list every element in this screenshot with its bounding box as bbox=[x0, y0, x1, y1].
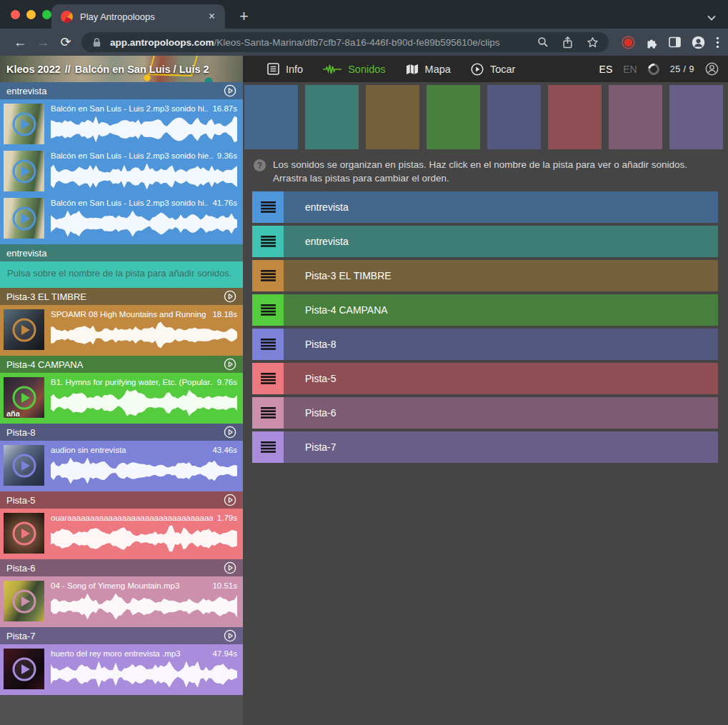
play-clip-icon[interactable] bbox=[12, 386, 36, 410]
waveform[interactable] bbox=[51, 321, 237, 349]
tab-mapa[interactable]: Mapa bbox=[406, 64, 451, 75]
track-swatch-1[interactable] bbox=[305, 85, 359, 149]
track-row-6[interactable]: Pista-6 bbox=[252, 397, 718, 429]
waveform[interactable] bbox=[51, 457, 237, 484]
waveform[interactable] bbox=[51, 525, 237, 552]
reload-button[interactable]: ⟳ bbox=[54, 34, 77, 50]
clip-thumbnail[interactable] bbox=[4, 445, 44, 486]
drag-handle[interactable] bbox=[252, 191, 284, 223]
clip[interactable]: SPOAMR 08 High Mountains and Running ...… bbox=[0, 306, 243, 354]
track-swatch-5[interactable] bbox=[548, 85, 602, 149]
tab-tocar[interactable]: Tocar bbox=[471, 63, 515, 76]
clip-thumbnail[interactable] bbox=[4, 198, 44, 239]
clip-thumbnail[interactable] bbox=[4, 104, 44, 144]
clip[interactable]: Balcón en San Luis - Luis 2.mp3 sonido h… bbox=[0, 101, 243, 148]
drag-handle[interactable] bbox=[252, 226, 284, 257]
tab-search-chevron-icon[interactable] bbox=[707, 14, 717, 21]
zoom-page-icon[interactable] bbox=[537, 36, 549, 48]
clip[interactable]: aña B1. Hymns for purifying water, Etc. … bbox=[0, 374, 243, 421]
waveform[interactable] bbox=[51, 116, 237, 143]
play-clip-icon[interactable] bbox=[12, 112, 36, 136]
clip[interactable]: huerto del rey moro entrevista .mp3 47.9… bbox=[0, 646, 243, 693]
bookmark-star-icon[interactable] bbox=[587, 36, 599, 48]
track-row-4[interactable]: Pista-8 bbox=[252, 329, 718, 360]
track-swatch-4[interactable] bbox=[487, 85, 541, 149]
drag-handle[interactable] bbox=[252, 363, 284, 394]
side-panel-icon[interactable] bbox=[669, 36, 681, 48]
maximize-window-button[interactable] bbox=[42, 10, 51, 19]
help-question-icon[interactable]: ? bbox=[254, 159, 266, 171]
new-tab-button[interactable]: + bbox=[239, 9, 249, 24]
clip[interactable]: audion sin entrevista 43.46s bbox=[0, 442, 243, 489]
play-clip-icon[interactable] bbox=[12, 159, 36, 184]
minimize-window-button[interactable] bbox=[26, 10, 36, 19]
waveform[interactable] bbox=[51, 210, 237, 237]
account-icon[interactable] bbox=[705, 62, 719, 76]
record-extension-icon[interactable] bbox=[622, 36, 635, 49]
waveform[interactable] bbox=[51, 661, 237, 688]
clip[interactable]: ouaraaaaaaaaaaaaaaaaaaaaaaaaaaaaaaaaaaaa… bbox=[0, 510, 243, 557]
track-swatch-7[interactable] bbox=[669, 85, 723, 149]
clip-thumbnail[interactable]: aña bbox=[4, 377, 44, 418]
drag-handle[interactable] bbox=[252, 397, 284, 429]
track-row-1[interactable]: entrevista bbox=[252, 226, 718, 257]
profile-avatar-icon[interactable] bbox=[692, 36, 705, 49]
back-button[interactable]: ← bbox=[9, 34, 31, 50]
waveform[interactable] bbox=[51, 593, 237, 620]
play-clip-icon[interactable] bbox=[12, 657, 36, 681]
play-track-icon[interactable] bbox=[224, 629, 236, 642]
share-icon[interactable] bbox=[562, 36, 573, 49]
clip[interactable]: Balcón en San Luis - Luis 2.mp3 sonido h… bbox=[0, 195, 243, 242]
play-clip-icon[interactable] bbox=[12, 206, 36, 231]
play-track-icon[interactable] bbox=[224, 358, 236, 371]
play-clip-icon[interactable] bbox=[12, 521, 36, 546]
clip-thumbnail[interactable] bbox=[4, 513, 44, 554]
tab-close-icon[interactable]: × bbox=[206, 11, 218, 22]
drag-handle[interactable] bbox=[252, 260, 284, 291]
track-header-6[interactable]: Pista-6 bbox=[0, 559, 243, 576]
clip-thumbnail[interactable] bbox=[4, 151, 44, 191]
play-clip-icon[interactable] bbox=[12, 454, 36, 478]
drag-handle[interactable] bbox=[252, 294, 284, 326]
track-row-5[interactable]: Pista-5 bbox=[252, 363, 718, 394]
clip[interactable]: 04 - Song of Yimeng Mountain.mp3 10.51s bbox=[0, 578, 243, 625]
tab-sonidos[interactable]: Sonidos bbox=[323, 64, 385, 75]
play-track-icon[interactable] bbox=[224, 426, 236, 439]
track-header-3[interactable]: Pista-4 CAMPANA bbox=[0, 356, 243, 373]
waveform[interactable] bbox=[51, 389, 237, 416]
browser-menu-icon[interactable] bbox=[716, 36, 719, 49]
clip[interactable]: Balcón en San Luis - Luis 2.mp3 sonido h… bbox=[0, 148, 243, 195]
play-track-icon[interactable] bbox=[224, 84, 236, 97]
map-thumbnail-banner[interactable]: Kleos 2022//Balcón en San Luis / Luis 2 bbox=[0, 56, 243, 82]
clip-thumbnail[interactable] bbox=[4, 309, 44, 350]
track-header-4[interactable]: Pista-8 bbox=[0, 424, 243, 441]
clip-thumbnail[interactable] bbox=[4, 581, 44, 621]
track-header-1[interactable]: entrevista bbox=[0, 244, 243, 261]
play-clip-icon[interactable] bbox=[12, 589, 36, 614]
track-header-2[interactable]: Pista-3 EL TIMBRE bbox=[0, 288, 243, 305]
close-window-button[interactable] bbox=[11, 10, 20, 19]
track-swatch-6[interactable] bbox=[609, 85, 662, 149]
play-track-icon[interactable] bbox=[224, 494, 236, 506]
track-header-0[interactable]: entrevista bbox=[0, 82, 243, 99]
drag-handle[interactable] bbox=[252, 329, 284, 360]
lang-en-button[interactable]: EN bbox=[623, 64, 637, 75]
browser-tab[interactable]: Play Antropoloops × bbox=[51, 4, 225, 29]
track-swatch-2[interactable] bbox=[366, 85, 419, 149]
track-row-2[interactable]: Pista-3 EL TIMBRE bbox=[252, 260, 718, 291]
play-track-icon[interactable] bbox=[224, 561, 236, 574]
waveform[interactable] bbox=[51, 163, 237, 190]
url-bar[interactable]: app.antropoloops.com/Kleos-Santa-Marina/… bbox=[81, 32, 609, 52]
clip-thumbnail[interactable] bbox=[4, 649, 44, 689]
track-header-5[interactable]: Pista-5 bbox=[0, 491, 243, 509]
track-row-3[interactable]: Pista-4 CAMPANA bbox=[252, 294, 718, 326]
drag-handle[interactable] bbox=[252, 431, 284, 463]
forward-button[interactable]: → bbox=[31, 34, 54, 50]
track-swatch-3[interactable] bbox=[427, 85, 480, 149]
track-row-7[interactable]: Pista-7 bbox=[252, 431, 718, 463]
tab-info[interactable]: Info bbox=[267, 63, 303, 75]
play-clip-icon[interactable] bbox=[12, 318, 36, 342]
play-track-icon[interactable] bbox=[224, 290, 236, 303]
track-swatch-0[interactable] bbox=[244, 85, 298, 149]
track-row-0[interactable]: entrevista bbox=[252, 191, 718, 223]
